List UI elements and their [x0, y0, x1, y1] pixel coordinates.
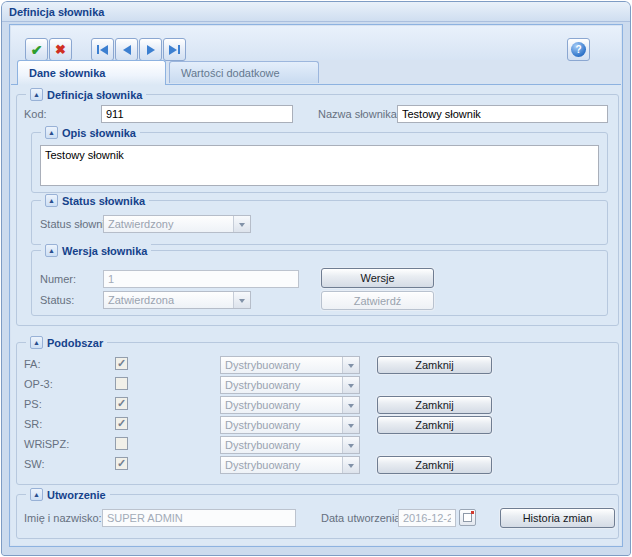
fieldset-legend: ▲ Status słownika [41, 193, 149, 208]
combo-value: Dystrybuowany [221, 377, 342, 393]
window-titlebar: Definicja słownika [2, 2, 630, 22]
combo-value: Dystrybuowany [221, 357, 342, 373]
collapse-icon[interactable]: ▲ [45, 244, 58, 257]
nazwa-slownika-label: Nazwa słownika: [318, 108, 400, 120]
podobszar-status-combo: Dystrybuowany [220, 376, 360, 394]
fieldset-legend: ▲ Opis słownika [41, 125, 140, 140]
podobszar-checkbox: ✓ [115, 457, 128, 470]
collapse-icon[interactable]: ▲ [45, 194, 58, 207]
podobszar-status-combo: Dystrybuowany [220, 396, 360, 414]
main-panel: ✔ ✖ ? Dane słownika [9, 24, 623, 547]
podobszar-checkbox: ✓ [115, 397, 128, 410]
chevron-down-icon [342, 397, 359, 413]
first-record-icon [97, 45, 108, 55]
podobszar-checkbox: ✓ [115, 437, 128, 450]
date-picker-button [459, 509, 476, 526]
numer-input [103, 270, 299, 288]
kod-input[interactable] [101, 105, 293, 123]
fieldset-legend: ▲ Wersja słownika [41, 243, 151, 258]
tab-wartosci-dodatkowe[interactable]: Wartości dodatkowe [169, 61, 319, 83]
checkmark-icon: ✔ [31, 43, 43, 57]
podobszar-row: WRiSPZ: ✓ Dystrybuowany [17, 436, 618, 454]
dialog-window: Definicja słownika ✔ ✖ ? [1, 1, 631, 556]
imie-i-nazwisko-label: Imię i nazwisko: [24, 512, 102, 524]
previous-record-icon [123, 45, 131, 55]
podobszar-row: FA: ✓ Dystrybuowany Zamknij [17, 356, 618, 374]
combo-value: Dystrybuowany [221, 397, 342, 413]
imie-i-nazwisko-input [102, 509, 296, 527]
nazwa-slownika-input[interactable] [397, 105, 608, 123]
opis-slownika-textarea[interactable]: Testowy słownik [40, 145, 599, 186]
tab-strip: Dane słownika Wartości dodatkowe [11, 60, 621, 85]
chevron-down-icon [342, 417, 359, 433]
last-record-icon [169, 45, 180, 55]
collapse-icon[interactable]: ▲ [30, 488, 43, 501]
fieldset-status-slownika: ▲ Status słownika Status słownika: Zatwi… [31, 200, 608, 245]
zamknij-button[interactable]: Zamknij [377, 356, 492, 374]
combo-value: Zatwierdzony [104, 216, 233, 232]
podobszar-row: SW: ✓ Dystrybuowany Zamknij [17, 456, 618, 474]
next-record-icon [147, 45, 155, 55]
fieldset-legend: ▲ Definicja słownika [26, 87, 146, 102]
podobszar-row-label: SR: [24, 418, 42, 430]
historia-zmian-button[interactable]: Historia zmian [500, 508, 615, 528]
podobszar-checkbox: ✓ [115, 417, 128, 430]
chevron-down-icon [342, 457, 359, 473]
podobszar-row-label: SW: [24, 458, 45, 470]
combo-value: Dystrybuowany [221, 437, 342, 453]
check-icon: ✓ [117, 458, 126, 469]
combo-value: Dystrybuowany [221, 457, 342, 473]
fieldset-wersja-slownika: ▲ Wersja słownika Numer: Wersje Status: … [31, 250, 608, 316]
tab-dane-slownika[interactable]: Dane słownika [17, 60, 166, 85]
toolbar: ✔ ✖ ? [11, 26, 621, 60]
numer-label: Numer: [40, 273, 76, 285]
fieldset-definicja-slownika: ▲ Definicja słownika Kod: Nazwa słownika… [16, 94, 619, 326]
tab-content: ▲ Definicja słownika Kod: Nazwa słownika… [11, 84, 621, 545]
cancel-button[interactable]: ✖ [49, 38, 72, 61]
chevron-down-icon [342, 377, 359, 393]
check-icon: ✓ [117, 398, 126, 409]
zamknij-button[interactable]: Zamknij [377, 416, 492, 434]
nav-next-button[interactable] [139, 38, 162, 61]
podobszar-row-label: OP-3: [24, 378, 53, 390]
podobszar-status-combo: Dystrybuowany [220, 436, 360, 454]
wersje-button[interactable]: Wersje [321, 268, 434, 288]
podobszar-status-combo: Dystrybuowany [220, 356, 360, 374]
fieldset-utworzenie: ▲ Utworzenie Imię i nazwisko: Data utwor… [16, 494, 619, 539]
nav-last-button[interactable] [163, 38, 186, 61]
check-icon: ✓ [117, 358, 126, 369]
podobszar-row-label: WRiSPZ: [24, 438, 69, 450]
data-utworzenia-input [398, 509, 456, 527]
zamknij-button[interactable]: Zamknij [377, 396, 492, 414]
kod-label: Kod: [24, 108, 47, 120]
fieldset-title: Wersja słownika [62, 245, 147, 257]
accept-button[interactable]: ✔ [25, 38, 48, 61]
fieldset-legend: ▲ Utworzenie [26, 487, 110, 502]
data-utworzenia-label: Data utworzenia: [321, 512, 404, 524]
tab-label: Dane słownika [29, 67, 105, 79]
wersja-status-combo: Zatwierdzona [103, 291, 251, 309]
fieldset-title: Opis słownika [62, 127, 136, 139]
podobszar-row: OP-3: ✓ Dystrybuowany [17, 376, 618, 394]
chevron-down-icon [342, 357, 359, 373]
podobszar-checkbox: ✓ [115, 377, 128, 390]
podobszar-status-combo: Dystrybuowany [220, 456, 360, 474]
help-button[interactable]: ? [567, 38, 590, 61]
tab-label: Wartości dodatkowe [181, 67, 280, 79]
zamknij-button[interactable]: Zamknij [377, 456, 492, 474]
podobszar-row: PS: ✓ Dystrybuowany Zamknij [17, 396, 618, 414]
fieldset-legend: ▲ Podobszar [26, 335, 107, 350]
collapse-icon[interactable]: ▲ [45, 126, 58, 139]
nav-first-button[interactable] [91, 38, 114, 61]
fieldset-title: Status słownika [62, 195, 145, 207]
fieldset-title: Definicja słownika [47, 89, 142, 101]
fieldset-podobszar: ▲ Podobszar FA: ✓ Dystrybuowany Zamknij … [16, 342, 619, 485]
collapse-icon[interactable]: ▲ [30, 336, 43, 349]
podobszar-checkbox: ✓ [115, 357, 128, 370]
nav-previous-button[interactable] [115, 38, 138, 61]
help-icon: ? [571, 42, 586, 57]
fieldset-opis-slownika: ▲ Opis słownika Testowy słownik [31, 132, 608, 193]
collapse-icon[interactable]: ▲ [30, 88, 43, 101]
combo-value: Dystrybuowany [221, 417, 342, 433]
podobszar-row-label: FA: [24, 358, 41, 370]
